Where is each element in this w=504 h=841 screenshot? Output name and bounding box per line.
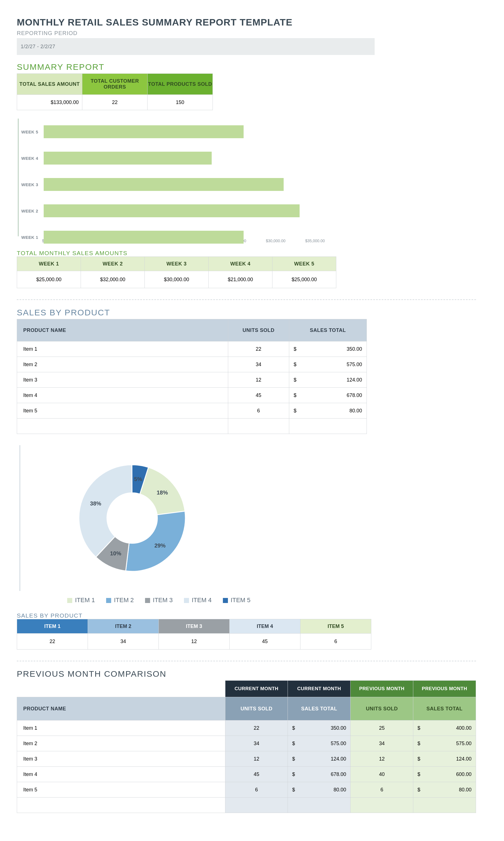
week-value: $32,000.00 — [81, 271, 145, 288]
table-row: Item 234$575.0034$575.00 — [17, 736, 476, 751]
legend-item: ITEM 2 — [106, 597, 134, 604]
cell-cur-units: 6 — [225, 782, 288, 797]
cell-total: $80.00 — [289, 403, 366, 418]
cmp-hdr-prev-units: UNITS SOLD — [350, 697, 413, 720]
table-row: Item 122$350.0025$400.00 — [17, 720, 476, 736]
bar-label: WEEK 1 — [21, 235, 38, 240]
counts-header: ITEM 1 — [17, 619, 88, 634]
cell-prev-units: 12 — [350, 751, 413, 767]
bar-label: WEEK 2 — [21, 209, 38, 213]
cell-product-name: Item 2 — [17, 736, 226, 751]
sales-by-product-donut-chart: 18%29%10%38%5% — [20, 445, 244, 591]
donut-chart-legend: ITEM 1ITEM 2ITEM 3ITEM 4ITEM 5 — [67, 597, 493, 604]
weekly-totals-table: WEEK 1WEEK 2WEEK 3WEEK 4WEEK 5 $25,000.0… — [17, 257, 336, 288]
table-row: Item 312$124.0012$124.00 — [17, 751, 476, 767]
cell-prev-units: 40 — [350, 767, 413, 782]
cell-prev-units: 34 — [350, 736, 413, 751]
donut-label: 29% — [154, 543, 165, 549]
summary-val-customer-orders: 22 — [82, 95, 147, 110]
prod-hdr-total: SALES TOTAL — [289, 319, 366, 341]
week-header: WEEK 5 — [272, 257, 336, 271]
weekly-totals-heading: TOTAL MONTHLY SALES AMOUNTS — [17, 250, 493, 257]
bar-label: WEEK 5 — [21, 130, 38, 134]
cell-product-name: Item 3 — [17, 751, 226, 767]
cell-total: $575.00 — [289, 357, 366, 372]
cell-product-name: Item 2 — [17, 357, 228, 372]
reporting-period-value: 1/2/27 - 2/2/27 — [17, 38, 375, 55]
table-row: Item 56$80.00 — [17, 403, 367, 418]
cell-prev-units: 25 — [350, 720, 413, 736]
cell-units: 45 — [228, 388, 289, 403]
counts-header: ITEM 3 — [159, 619, 230, 634]
counts-value: 45 — [230, 634, 301, 650]
section-divider — [17, 661, 476, 661]
cell-units: 34 — [228, 357, 289, 372]
cmp-grp-prev-1: PREVIOUS MONTH — [350, 681, 413, 697]
cmp-hdr-prev-total: SALES TOTAL — [413, 697, 476, 720]
summary-hdr-total-sales: TOTAL SALES AMOUNT — [17, 74, 82, 95]
product-counts-table: ITEM 1ITEM 2ITEM 3ITEM 4ITEM 5 223412456 — [17, 619, 371, 650]
legend-item: ITEM 4 — [184, 597, 212, 604]
cell-units: 12 — [228, 372, 289, 388]
counts-value: 34 — [88, 634, 159, 650]
counts-value: 12 — [159, 634, 230, 650]
cell-prev-total: $80.00 — [413, 782, 476, 797]
product-counts-heading: SALES BY PRODUCT — [17, 612, 493, 619]
section-summary-heading: SUMMARY REPORT — [17, 62, 493, 72]
summary-table: TOTAL SALES AMOUNT TOTAL CUSTOMER ORDERS… — [17, 73, 213, 110]
counts-header: ITEM 5 — [301, 619, 371, 634]
cell-product-name: Item 4 — [17, 767, 226, 782]
summary-hdr-customer-orders: TOTAL CUSTOMER ORDERS — [82, 74, 147, 95]
cell-cur-units: 45 — [225, 767, 288, 782]
cmp-hdr-name: PRODUCT NAME — [17, 697, 226, 720]
week-header: WEEK 1 — [17, 257, 81, 271]
bar — [44, 152, 212, 165]
legend-item: ITEM 5 — [223, 597, 251, 604]
reporting-period-label: REPORTING PERIOD — [17, 30, 493, 36]
cell-total: $124.00 — [289, 372, 366, 388]
counts-header: ITEM 2 — [88, 619, 159, 634]
cell-prev-total: $124.00 — [413, 751, 476, 767]
counts-value: 22 — [17, 634, 88, 650]
bar — [44, 125, 244, 138]
counts-header: ITEM 4 — [230, 619, 301, 634]
counts-value: 6 — [301, 634, 371, 650]
table-row: Item 312$124.00 — [17, 372, 367, 388]
legend-item: ITEM 3 — [145, 597, 173, 604]
cell-cur-units: 12 — [225, 751, 288, 767]
cell-product-name: Item 1 — [17, 720, 226, 736]
summary-val-products-sold: 150 — [147, 95, 213, 110]
cell-cur-units: 34 — [225, 736, 288, 751]
table-row — [17, 418, 367, 434]
donut-label: 38% — [90, 500, 101, 507]
summary-val-total-sales: $133,000.00 — [17, 95, 82, 110]
bar — [44, 204, 300, 217]
table-row: Item 234$575.00 — [17, 357, 367, 372]
section-compare-heading: PREVIOUS MONTH COMPARISON — [17, 669, 493, 679]
cell-product-name: Item 1 — [17, 341, 228, 357]
prod-hdr-units: UNITS SOLD — [228, 319, 289, 341]
section-divider — [17, 299, 476, 300]
donut-label: 10% — [110, 550, 121, 556]
week-value: $25,000.00 — [17, 271, 81, 288]
table-row: Item 56$80.006$80.00 — [17, 782, 476, 797]
cell-cur-total: $80.00 — [288, 782, 350, 797]
cmp-grp-prev-2: PREVIOUS MONTH — [413, 681, 476, 697]
cell-cur-total: $575.00 — [288, 736, 350, 751]
week-value: $21,000.00 — [209, 271, 272, 288]
section-product-heading: SALES BY PRODUCT — [17, 308, 493, 317]
cell-product-name: Item 5 — [17, 403, 228, 418]
week-value: $25,000.00 — [272, 271, 336, 288]
cell-units: 6 — [228, 403, 289, 418]
cell-product-name: Item 5 — [17, 782, 226, 797]
cmp-grp-cur-2: CURRENT MONTH — [288, 681, 350, 697]
cell-prev-total: $600.00 — [413, 767, 476, 782]
table-row — [17, 797, 476, 813]
cell-cur-total: $350.00 — [288, 720, 350, 736]
cell-total: $678.00 — [289, 388, 366, 403]
sales-by-product-table: PRODUCT NAME UNITS SOLD SALES TOTAL Item… — [17, 319, 367, 434]
week-header: WEEK 3 — [145, 257, 209, 271]
week-header: WEEK 2 — [81, 257, 145, 271]
cell-units: 22 — [228, 341, 289, 357]
cell-prev-total: $400.00 — [413, 720, 476, 736]
